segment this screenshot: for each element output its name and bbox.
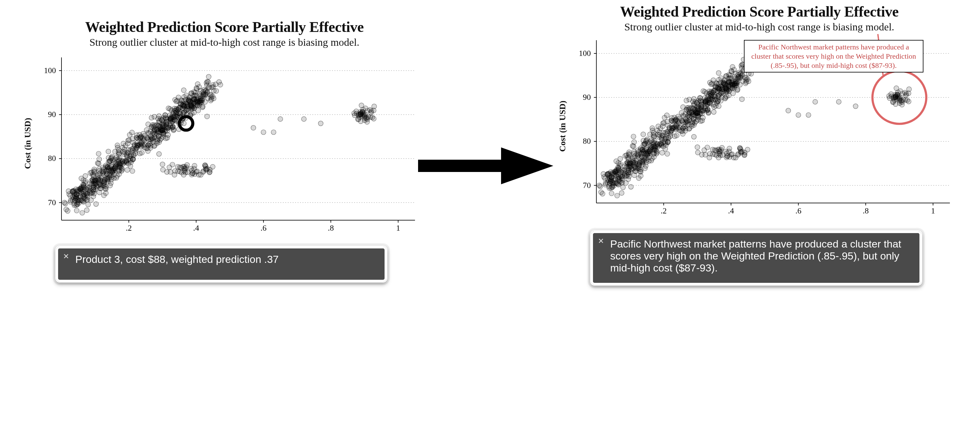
svg-point-1542 (695, 150, 700, 155)
svg-point-1515 (705, 98, 710, 103)
svg-point-529 (211, 84, 215, 89)
svg-point-1500 (644, 157, 649, 162)
svg-point-1217 (664, 113, 669, 117)
svg-text:.4: .4 (193, 224, 199, 233)
svg-point-673 (205, 79, 210, 84)
svg-point-1365 (658, 126, 663, 131)
svg-point-1291 (609, 191, 614, 196)
svg-point-635 (145, 143, 150, 148)
svg-point-565 (181, 88, 186, 93)
svg-point-1578 (739, 149, 744, 154)
svg-point-1473 (627, 171, 632, 176)
svg-point-1457 (732, 86, 737, 90)
svg-point-1166 (731, 91, 736, 96)
svg-point-803 (302, 117, 307, 122)
svg-point-1579 (718, 149, 723, 154)
svg-point-1462 (710, 90, 715, 95)
svg-point-1629 (837, 100, 842, 105)
svg-point-1352 (616, 181, 620, 186)
svg-point-656 (83, 190, 88, 195)
svg-point-1627 (806, 113, 811, 117)
svg-point-681 (217, 79, 222, 84)
svg-point-1298 (733, 71, 738, 76)
close-icon[interactable]: ✕ (598, 237, 604, 245)
svg-point-563 (65, 208, 70, 213)
svg-point-1371 (711, 109, 716, 114)
svg-point-645 (97, 190, 102, 195)
svg-point-798 (363, 113, 368, 118)
svg-point-693 (93, 181, 98, 186)
svg-point-1516 (700, 111, 705, 116)
svg-point-1510 (636, 163, 641, 168)
svg-text:.6: .6 (795, 206, 802, 215)
svg-point-1366 (713, 103, 718, 108)
svg-point-1493 (687, 126, 692, 131)
svg-point-1477 (693, 109, 698, 114)
svg-point-1628 (813, 100, 818, 105)
svg-point-1621 (893, 92, 897, 97)
svg-point-382 (83, 173, 88, 178)
svg-point-1522 (669, 128, 674, 133)
svg-point-636 (175, 107, 180, 112)
svg-point-664 (103, 186, 108, 191)
svg-point-1527 (685, 119, 690, 124)
right-chart-panel: Weighted Prediction Score Partially Effe… (553, 3, 965, 215)
svg-point-1470 (740, 79, 745, 84)
svg-text:.8: .8 (862, 206, 869, 215)
y-axis-label: Cost (in USD) (558, 101, 568, 152)
svg-point-1519 (628, 164, 633, 169)
svg-point-752 (204, 167, 209, 172)
svg-point-795 (358, 109, 363, 114)
svg-point-1617 (898, 89, 903, 94)
svg-point-506 (84, 208, 89, 213)
svg-point-1193 (740, 97, 745, 102)
svg-point-674 (109, 175, 114, 180)
svg-point-847 (665, 151, 670, 156)
left-chart-panel: Weighted Prediction Score Partially Effe… (18, 18, 430, 233)
svg-point-963 (684, 98, 689, 103)
svg-point-135 (206, 74, 211, 79)
svg-point-1484 (660, 150, 665, 155)
close-icon[interactable]: ✕ (63, 252, 69, 261)
svg-point-1478 (674, 133, 679, 138)
svg-point-626 (107, 159, 112, 164)
svg-point-1502 (726, 72, 731, 77)
tooltip-text: Pacific Northwest market patterns have p… (610, 238, 901, 274)
svg-point-694 (78, 186, 83, 191)
svg-point-683 (116, 163, 121, 168)
svg-point-340 (196, 108, 201, 113)
svg-text:90: 90 (48, 110, 56, 119)
svg-point-640 (138, 135, 143, 140)
tooltip-box: ✕ Product 3, cost $88, weighted predicti… (55, 246, 387, 282)
svg-point-1497 (659, 141, 663, 146)
svg-point-747 (210, 164, 215, 169)
svg-text:1: 1 (396, 224, 400, 233)
svg-point-1334 (704, 108, 709, 113)
svg-point-686 (115, 157, 120, 162)
y-axis-label: Cost (in USD) (23, 118, 33, 169)
scatter-plot-left: .2.4.6.81 708090100 (59, 54, 421, 233)
svg-point-1529 (645, 149, 650, 154)
svg-point-1513 (696, 115, 701, 120)
svg-point-1476 (607, 175, 612, 180)
svg-point-513 (66, 189, 71, 194)
svg-text:70: 70 (48, 198, 56, 207)
svg-point-1203 (615, 193, 620, 198)
svg-point-580 (175, 98, 180, 103)
svg-point-1514 (687, 110, 692, 115)
svg-point-1526 (630, 143, 635, 148)
svg-point-702 (103, 168, 108, 173)
chart-subtitle: Strong outlier cluster at mid-to-high co… (18, 36, 430, 48)
svg-point-460 (63, 201, 68, 206)
svg-point-1159 (665, 119, 670, 124)
svg-point-1525 (611, 181, 616, 186)
svg-point-687 (161, 132, 166, 137)
svg-point-1630 (853, 104, 858, 109)
svg-point-647 (92, 189, 97, 194)
svg-point-796 (369, 110, 374, 115)
svg-point-738 (177, 169, 182, 174)
svg-point-330 (96, 151, 101, 156)
svg-point-1562 (695, 144, 700, 149)
svg-point-742 (170, 162, 175, 167)
svg-point-701 (150, 136, 155, 141)
